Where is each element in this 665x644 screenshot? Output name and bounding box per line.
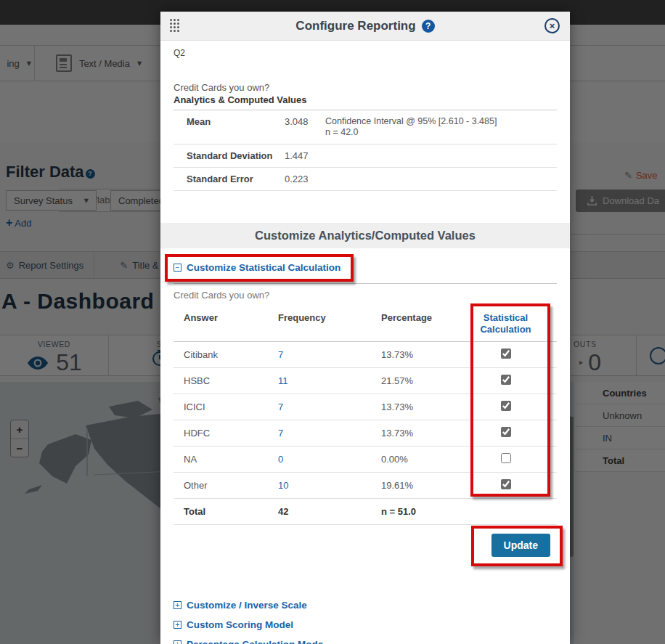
- answer-cell: Other: [174, 473, 268, 499]
- frequency-link[interactable]: 7: [278, 428, 283, 439]
- annotation-box-statistical-link: − Customize Statistical Calculation: [165, 254, 354, 282]
- question-text: Credit Cards you own?: [174, 290, 557, 301]
- total-frequency: 42: [268, 499, 371, 525]
- collapsed-section-link: + Customize / Inverse Scale: [174, 600, 557, 611]
- update-button[interactable]: Update: [491, 534, 550, 557]
- customize-statistical-calculation-link[interactable]: Customize Statistical Calculation: [187, 262, 340, 273]
- frequency-link[interactable]: 0: [278, 454, 283, 465]
- analytics-heading: Analytics & Computed Values: [174, 94, 557, 105]
- answer-cell: Citibank: [174, 342, 268, 368]
- frequency-link[interactable]: 10: [278, 480, 288, 491]
- metric-note: Confidence Interval @ 95% [2.610 - 3.485…: [325, 116, 557, 138]
- configure-reporting-modal: Configure Reporting ? × Q2 Credit Cards …: [160, 12, 570, 644]
- table-row: HSBC 11 21.57%: [174, 368, 557, 394]
- annotation-box-update: Update: [471, 526, 563, 566]
- stat-calc-checkbox[interactable]: [501, 401, 511, 411]
- customize-section-heading: Customize Analytics/Computed Values: [160, 223, 570, 248]
- page-root: ing ▼ Text / Media ▼ Report Link https:/…: [0, 0, 665, 644]
- analytics-row: Standard Deviation 1.447: [174, 144, 557, 168]
- statistical-calculation-table-wrap: Answer Frequency Percentage Statistical …: [174, 305, 557, 525]
- percentage-cell: 13.73%: [371, 394, 469, 420]
- percentage-calculation-mode-link[interactable]: Percentage Calculation Mode: [187, 639, 323, 644]
- answer-cell: HDFC: [174, 420, 268, 447]
- modal-title: Configure Reporting: [295, 19, 415, 33]
- col-frequency: Frequency: [268, 305, 371, 342]
- confidence-interval: Confidence Interval @ 95% [2.610 - 3.485…: [325, 116, 497, 126]
- collapsed-section-link: + Percentage Calculation Mode: [174, 639, 557, 644]
- stat-calc-checkbox[interactable]: [501, 427, 511, 437]
- metric-label: Standard Error: [187, 174, 285, 184]
- update-row: Update: [174, 526, 563, 566]
- percentage-cell: 13.73%: [371, 342, 469, 368]
- metric-value: 1.447: [285, 150, 325, 161]
- frequency-link[interactable]: 7: [278, 349, 283, 360]
- col-stat-line2: Calculation: [480, 324, 531, 335]
- collapsed-sections: + Customize / Inverse Scale + Custom Sco…: [174, 600, 557, 644]
- col-statistical-calculation: Statistical Calculation: [469, 305, 557, 342]
- collapse-icon[interactable]: −: [174, 264, 181, 272]
- expand-icon[interactable]: +: [174, 621, 181, 629]
- collapsed-section-link: + Custom Scoring Model: [174, 619, 557, 630]
- frequency-link[interactable]: 7: [278, 402, 283, 412]
- analytics-row: Standard Error 0.223: [174, 168, 557, 191]
- expand-icon[interactable]: +: [174, 640, 181, 644]
- analytics-table: Mean 3.048 Confidence Interval @ 95% [2.…: [174, 110, 557, 191]
- analytics-row: Mean 3.048 Confidence Interval @ 95% [2.…: [174, 110, 557, 144]
- stat-calc-checkbox[interactable]: [501, 375, 511, 385]
- table-row: Citibank 7 13.73%: [174, 342, 557, 368]
- statistical-calculation-table: Answer Frequency Percentage Statistical …: [174, 305, 557, 525]
- stat-calc-checkbox[interactable]: [501, 453, 511, 463]
- metric-label: Standard Deviation: [187, 150, 285, 161]
- question-text: Credit Cards you own?: [174, 82, 557, 93]
- percentage-cell: 19.61%: [371, 473, 469, 499]
- expand-icon[interactable]: +: [174, 601, 181, 609]
- percentage-cell: 21.57%: [371, 368, 469, 394]
- total-percentage: n = 51.0: [371, 499, 469, 525]
- answer-cell: NA: [174, 447, 268, 473]
- col-percentage: Percentage: [371, 305, 469, 342]
- table-row: HDFC 7 13.73%: [174, 420, 557, 447]
- total-label: Total: [174, 499, 268, 525]
- customize-inverse-scale-link[interactable]: Customize / Inverse Scale: [187, 600, 307, 611]
- percentage-cell: 13.73%: [371, 420, 469, 447]
- col-answer: Answer: [174, 305, 268, 342]
- answer-cell: HSBC: [174, 368, 268, 394]
- help-icon[interactable]: ?: [422, 20, 435, 33]
- stat-calc-checkbox[interactable]: [501, 349, 511, 359]
- col-stat-line1: Statistical: [484, 312, 528, 323]
- table-row: ICICI 7 13.73%: [174, 394, 557, 420]
- drag-handle-icon[interactable]: [170, 19, 179, 32]
- percentage-cell: 0.00%: [371, 447, 469, 473]
- table-total-row: Total 42 n = 51.0: [174, 499, 557, 525]
- close-icon[interactable]: ×: [544, 18, 560, 33]
- modal-header: Configure Reporting ? ×: [160, 12, 570, 41]
- stat-calc-checkbox[interactable]: [501, 479, 511, 489]
- metric-value: 3.048: [285, 116, 325, 138]
- custom-scoring-model-link[interactable]: Custom Scoring Model: [187, 619, 293, 630]
- table-row: Other 10 19.61%: [174, 473, 557, 499]
- metric-label: Mean: [187, 116, 285, 138]
- metric-value: 0.223: [285, 174, 325, 184]
- question-code: Q2: [174, 48, 557, 58]
- divider: [174, 283, 557, 284]
- sample-size: n = 42.0: [325, 127, 359, 137]
- table-header-row: Answer Frequency Percentage Statistical …: [174, 305, 557, 342]
- frequency-link[interactable]: 11: [278, 375, 288, 386]
- answer-cell: ICICI: [174, 394, 268, 420]
- modal-body: Q2 Credit Cards you own? Analytics & Com…: [160, 48, 570, 644]
- table-row: NA 0 0.00%: [174, 447, 557, 473]
